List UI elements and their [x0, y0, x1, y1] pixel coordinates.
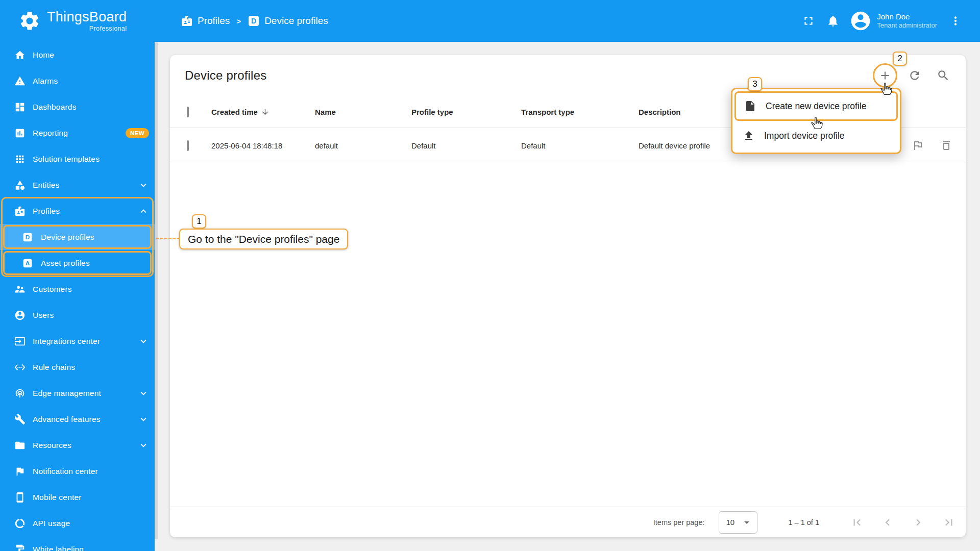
- chevron-down-icon: [138, 414, 149, 425]
- breadcrumb-profiles-label: Profiles: [198, 15, 230, 27]
- advanced-features-icon: [14, 414, 26, 425]
- entities-icon: [14, 180, 26, 191]
- add-device-profile-button[interactable]: [875, 66, 895, 85]
- search-icon: [937, 69, 950, 82]
- sidebar-item-profiles[interactable]: Profiles: [0, 198, 158, 224]
- new-badge: NEW: [126, 128, 149, 138]
- chevron-left-icon: [881, 516, 894, 529]
- sidebar-item-label: Integrations center: [33, 337, 134, 346]
- sidebar-item-reporting[interactable]: Reporting NEW: [0, 120, 158, 146]
- header-more-button[interactable]: [943, 9, 968, 33]
- sidebar-item-api-usage[interactable]: API usage: [0, 510, 158, 536]
- sidebar-scrollbar-thumb[interactable]: [155, 42, 158, 539]
- plus-icon: [878, 69, 892, 82]
- items-per-page-select[interactable]: 10: [719, 511, 757, 534]
- reporting-icon: [14, 128, 26, 139]
- delete-row-button[interactable]: [940, 139, 952, 152]
- file-icon: [744, 100, 756, 112]
- sidebar-item-users[interactable]: Users: [0, 302, 158, 328]
- sidebar-item-rule-chains[interactable]: Rule chains: [0, 354, 158, 380]
- row-checkbox[interactable]: [187, 140, 189, 151]
- upload-icon: [743, 130, 755, 142]
- sidebar-scrollbar[interactable]: [155, 42, 158, 551]
- sidebar-item-label: Users: [33, 311, 149, 320]
- sidebar-item-device-profiles[interactable]: D Device profiles: [0, 224, 158, 250]
- row-actions: [899, 139, 966, 152]
- step-3-badge: 3: [748, 77, 762, 91]
- alarms-icon: [14, 76, 26, 87]
- menu-item-label: Import device profile: [764, 131, 845, 141]
- sidebar-item-customers[interactable]: Customers: [0, 276, 158, 302]
- column-label: Name: [315, 108, 336, 116]
- card-toolbar: 2: [873, 63, 954, 88]
- svg-text:A: A: [26, 260, 30, 266]
- sidebar-item-label: Device profiles: [41, 233, 149, 242]
- sidebar-item-label: Asset profiles: [41, 259, 149, 268]
- menu-item-create-new-device-profile[interactable]: Create new device profile: [734, 91, 898, 121]
- refresh-button[interactable]: [903, 64, 926, 87]
- notification-center-icon: [14, 466, 26, 477]
- sidebar-item-asset-profiles[interactable]: A Asset profiles: [0, 250, 158, 276]
- last-page-button[interactable]: [937, 510, 961, 535]
- dropdown-caret-icon: [741, 516, 753, 529]
- sidebar-item-label: Home: [33, 51, 149, 60]
- user-avatar[interactable]: [849, 10, 872, 32]
- sidebar-item-white-labeling[interactable]: White labeling: [0, 536, 158, 551]
- next-page-button[interactable]: [906, 510, 930, 535]
- sidebar-item-home[interactable]: Home: [0, 42, 158, 68]
- first-page-icon: [850, 516, 864, 529]
- add-button-highlight-ring: 2: [873, 63, 897, 88]
- items-per-page-label: Items per page:: [653, 518, 705, 527]
- resources-icon: [14, 440, 26, 451]
- sidebar-item-label: Reporting: [33, 129, 121, 138]
- column-name[interactable]: Name: [315, 108, 411, 116]
- step-1-tooltip: Go to the "Device profiles" page: [179, 229, 348, 249]
- sidebar-item-integrations-center[interactable]: Integrations center: [0, 328, 158, 354]
- customers-icon: [14, 284, 26, 295]
- sidebar-item-label: Resources: [33, 441, 134, 450]
- integrations-icon: [14, 336, 26, 347]
- annotation-connector-line: [156, 238, 180, 239]
- select-all-checkbox[interactable]: [187, 107, 189, 117]
- chevron-down-icon: [138, 336, 149, 347]
- user-name: John Doe: [877, 12, 937, 22]
- sidebar-item-resources[interactable]: Resources: [0, 432, 158, 458]
- sidebar-item-alarms[interactable]: Alarms: [0, 68, 158, 94]
- sidebar-item-dashboards[interactable]: Dashboards: [0, 94, 158, 120]
- sidebar-item-solution-templates[interactable]: Solution templates: [0, 146, 158, 172]
- brand-subtitle: Professional: [89, 26, 127, 32]
- trash-icon: [940, 139, 952, 152]
- table-empty-space: [170, 163, 966, 507]
- sidebar-item-notification-center[interactable]: Notification center: [0, 458, 158, 484]
- sidebar-item-advanced-features[interactable]: Advanced features: [0, 406, 158, 432]
- menu-item-label: Create new device profile: [766, 101, 866, 112]
- column-created-time[interactable]: Created time: [211, 108, 315, 116]
- brand-logo[interactable]: ThingsBoard Professional: [0, 10, 158, 32]
- kebab-menu-icon: [949, 14, 962, 28]
- breadcrumb: Profiles > D Device profiles: [181, 15, 328, 27]
- set-default-flag-button[interactable]: [912, 139, 924, 152]
- solution-templates-icon: [14, 154, 26, 165]
- step-1-badge: 1: [192, 214, 206, 229]
- notifications-button[interactable]: [821, 9, 845, 33]
- cell-profile-type: Default: [411, 141, 521, 150]
- device-profile-icon: D: [248, 15, 260, 27]
- sidebar-item-entities[interactable]: Entities: [0, 172, 158, 198]
- search-button[interactable]: [932, 64, 954, 87]
- previous-page-button[interactable]: [875, 510, 900, 535]
- fullscreen-button[interactable]: [796, 9, 821, 33]
- sidebar-item-edge-management[interactable]: Edge management: [0, 380, 158, 406]
- thingsboard-app: ThingsBoard Professional Profiles > D De…: [0, 0, 980, 551]
- sidebar: Home Alarms Dashboards Reporting NEW Sol…: [0, 42, 158, 551]
- device-profile-icon: D: [22, 232, 33, 242]
- breadcrumb-device-profiles: D Device profiles: [248, 15, 328, 27]
- sidebar-item-mobile-center[interactable]: Mobile center: [0, 484, 158, 510]
- menu-item-import-device-profile[interactable]: Import device profile: [734, 121, 898, 151]
- breadcrumb-profiles[interactable]: Profiles: [181, 15, 230, 27]
- first-page-button[interactable]: [845, 510, 869, 535]
- sidebar-item-label: Entities: [33, 181, 134, 190]
- column-label: Profile type: [411, 108, 453, 116]
- column-profile-type[interactable]: Profile type: [411, 108, 521, 116]
- column-transport-type[interactable]: Transport type: [521, 108, 639, 116]
- users-icon: [14, 310, 26, 321]
